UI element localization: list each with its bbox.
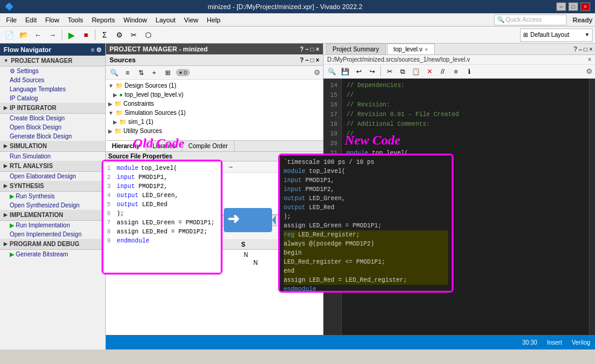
menu-window[interactable]: Window bbox=[120, 15, 151, 25]
editor-redo-btn[interactable]: ↪ bbox=[366, 66, 378, 77]
tcl-row-synth[interactable]: ▼ synth_1 constrs_1 N bbox=[108, 251, 320, 259]
maximize-button[interactable]: □ bbox=[568, 2, 578, 11]
tcl-tab-console[interactable]: Tcl Console bbox=[106, 215, 150, 226]
tree-item-design-sources[interactable]: ▼ 📁 Design Sources (1) bbox=[106, 81, 323, 90]
tcl-tab-messages[interactable]: Messages bbox=[150, 215, 190, 226]
nav-section-project-manager[interactable]: ▼ PROJECT MANAGER bbox=[0, 56, 105, 67]
quick-access-input[interactable]: 🔍 Quick Access bbox=[494, 15, 567, 25]
tree-item-utility[interactable]: ▶ 📁 Utility Sources bbox=[106, 126, 323, 135]
nav-section-synthesis[interactable]: ▶ SYNTHESIS bbox=[0, 181, 105, 192]
sources-gear-button[interactable]: ⚙ bbox=[314, 68, 320, 77]
toolbar-btn-3[interactable]: ⬡ bbox=[141, 28, 155, 42]
close-button[interactable]: × bbox=[580, 2, 590, 11]
editor-fmt-btn[interactable]: ≡ bbox=[450, 66, 462, 77]
editor-tab-top-level[interactable]: top_level.v × bbox=[387, 44, 435, 54]
sfp-gear-button[interactable]: ⚙ bbox=[313, 163, 319, 171]
menu-view[interactable]: View bbox=[180, 15, 202, 25]
tree-item-top-level[interactable]: ▶ ● top_level (top_level.v) bbox=[106, 90, 323, 99]
tcl-next-btn[interactable]: ▶ bbox=[161, 227, 174, 238]
menu-reports[interactable]: Reports bbox=[88, 15, 119, 25]
new-button[interactable]: 📄 bbox=[2, 28, 16, 42]
sources-add-button[interactable]: + bbox=[148, 67, 160, 78]
nav-item-run-synthesis[interactable]: ▶Run Synthesis bbox=[0, 192, 105, 201]
code-content[interactable]: // Dependencies: // // Revision: // Revi… bbox=[342, 79, 589, 335]
editor-undo-btn[interactable]: ↩ bbox=[353, 66, 365, 77]
sfp-enabled-checkbox[interactable] bbox=[109, 174, 117, 182]
nav-section-implementation[interactable]: ▶ IMPLEMENTATION bbox=[0, 210, 105, 221]
nav-item-run-implementation[interactable]: ▶Run Implementation bbox=[0, 221, 105, 230]
editor-cut-btn[interactable]: ✂ bbox=[383, 66, 395, 77]
menu-help[interactable]: Help bbox=[203, 15, 224, 25]
editor-gear-btn[interactable]: ⚙ bbox=[586, 67, 593, 76]
sources-search-button[interactable]: 🔍 bbox=[108, 67, 120, 78]
editor-copy-btn[interactable]: ⧉ bbox=[397, 66, 409, 77]
sources-refresh-button[interactable]: ⊞ bbox=[161, 67, 174, 78]
nav-item-open-synthesized[interactable]: Open Synthesized Design bbox=[0, 201, 105, 210]
tab-libraries[interactable]: Libraries bbox=[146, 141, 182, 151]
path-close-icon[interactable]: × bbox=[588, 56, 591, 63]
nav-item-open-implemented[interactable]: Open Implemented Design bbox=[0, 230, 105, 239]
nav-item-ip-catalog[interactable]: IP Catalog bbox=[0, 94, 105, 103]
run-button[interactable]: ▶ bbox=[65, 28, 78, 42]
nav-item-generate-bitstream[interactable]: ▶Generate Bitstream bbox=[0, 250, 105, 259]
nav-section-rtl[interactable]: ▶ RTL ANALYSIS bbox=[0, 161, 105, 172]
forward-button[interactable]: → bbox=[46, 28, 59, 42]
menu-layout[interactable]: Layout bbox=[152, 15, 179, 25]
sfp-tab-general[interactable]: General bbox=[106, 204, 141, 214]
nav-section-simulation[interactable]: ▶ SIMULATION bbox=[0, 141, 105, 152]
tcl-filter-btn[interactable]: ≡ bbox=[122, 227, 134, 238]
tab-close-icon[interactable]: × bbox=[425, 47, 428, 53]
minimize-button[interactable]: – bbox=[556, 2, 566, 11]
editor-delete-btn[interactable]: ✕ bbox=[423, 66, 435, 77]
editor-save-btn[interactable]: 💾 bbox=[339, 66, 351, 77]
tree-item-sim-sources[interactable]: ▼ 📁 Simulation Sources (1) bbox=[106, 108, 323, 117]
sources-filter-button[interactable]: ≡ bbox=[122, 67, 134, 78]
tcl-sort-btn[interactable]: ⇅ bbox=[135, 227, 147, 238]
toolbar-sep-1 bbox=[62, 30, 62, 41]
stop-button[interactable]: ■ bbox=[79, 28, 93, 42]
nav-item-generate-block[interactable]: Generate Block Design bbox=[0, 132, 105, 141]
editor-search-btn[interactable]: 🔍 bbox=[326, 66, 338, 77]
nav-item-add-sources[interactable]: Add Sources bbox=[0, 76, 105, 85]
sources-panel: Sources ? – □ × 🔍 ≡ ⇅ + ⊞ ● 0 ⚙ bbox=[106, 54, 323, 152]
nav-section-ip-integrator[interactable]: ▶ IP INTEGRATOR bbox=[0, 103, 105, 114]
nav-item-open-elaborated[interactable]: Open Elaborated Design bbox=[0, 172, 105, 181]
run-icon: ▶ bbox=[10, 193, 15, 200]
nav-item-language-templates[interactable]: Language Templates bbox=[0, 85, 105, 94]
sources-title-actions: ? – □ × bbox=[300, 57, 319, 63]
tree-item-constraints[interactable]: ▶ 📁 Constraints bbox=[106, 99, 323, 108]
toolbar-btn-1[interactable]: ⚙ bbox=[112, 28, 126, 42]
sigma-button[interactable]: Σ bbox=[98, 28, 111, 42]
main-area: Flow Navigator ≡ ⚙ ▼ PROJECT MANAGER ⚙ S… bbox=[0, 44, 595, 349]
menu-edit[interactable]: Edit bbox=[22, 15, 41, 25]
editor-tab-project-summary[interactable]: Project Summary bbox=[326, 44, 386, 54]
file-dot-icon: ● bbox=[119, 91, 123, 98]
tcl-tab-log[interactable]: Log bbox=[190, 215, 213, 226]
tcl-search-btn[interactable]: 🔍 bbox=[108, 227, 120, 238]
nav-item-run-simulation[interactable]: Run Simulation bbox=[0, 152, 105, 161]
layout-select[interactable]: ⊞ Default Layout ▼ bbox=[520, 28, 593, 42]
nav-item-settings[interactable]: ⚙ Settings bbox=[0, 67, 105, 76]
editor-content[interactable]: 14151617181920212223242526 // Dependenci… bbox=[324, 79, 595, 335]
editor-paste-btn[interactable]: 📋 bbox=[410, 66, 422, 77]
sources-sort-button[interactable]: ⇅ bbox=[135, 67, 147, 78]
editor-comment-btn[interactable]: // bbox=[437, 66, 449, 77]
tcl-prev-btn[interactable]: ◀ bbox=[148, 227, 160, 238]
editor-scrollbar[interactable] bbox=[589, 79, 595, 335]
tcl-row-impl[interactable]: ▶ impl_1 constrs_1 N bbox=[108, 259, 320, 267]
sfp-type-btn[interactable]: ... bbox=[308, 193, 319, 203]
nav-item-create-block[interactable]: Create Block Design bbox=[0, 114, 105, 123]
sfp-tab-properties[interactable]: Properties bbox=[141, 204, 181, 214]
editor-info-btn[interactable]: ℹ bbox=[463, 66, 475, 77]
menu-file[interactable]: File bbox=[2, 15, 21, 25]
open-button[interactable]: 📂 bbox=[17, 28, 30, 42]
tab-compile-order[interactable]: Compile Order bbox=[183, 141, 235, 151]
nav-section-program-debug[interactable]: ▶ PROGRAM AND DEBUG bbox=[0, 239, 105, 250]
tree-item-sim1[interactable]: ▶ 📁 sim_1 (1) bbox=[106, 117, 323, 126]
toolbar-btn-2[interactable]: ✂ bbox=[127, 28, 140, 42]
back-button[interactable]: ← bbox=[31, 28, 45, 42]
tab-hierarchy[interactable]: Hierarchy bbox=[106, 141, 146, 151]
menu-tools[interactable]: Tools bbox=[64, 15, 87, 25]
menu-flow[interactable]: Flow bbox=[42, 15, 63, 25]
nav-item-open-block[interactable]: Open Block Design bbox=[0, 123, 105, 132]
